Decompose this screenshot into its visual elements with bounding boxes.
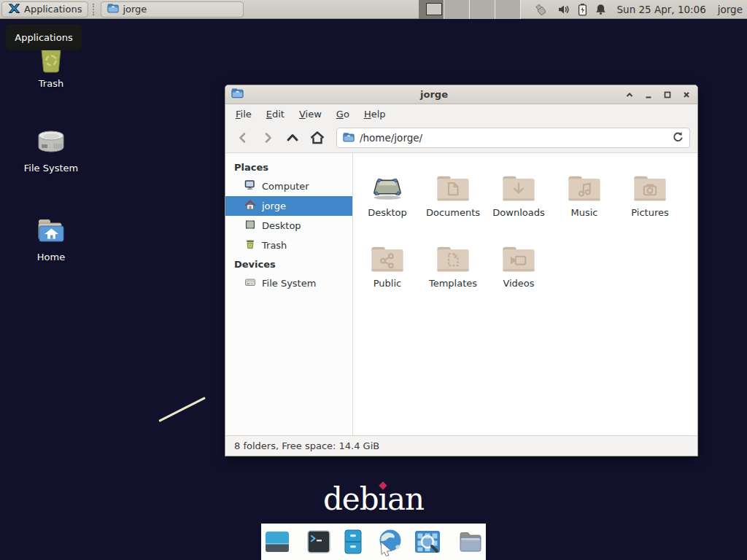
menu-file[interactable]: File [228, 106, 259, 122]
desktop-icon-file-system[interactable]: File System [7, 125, 95, 174]
file-manager-window: jorge File Edit View Go Help [225, 85, 698, 456]
home-button[interactable] [307, 128, 328, 148]
workspace-4[interactable] [495, 0, 521, 19]
sidebar-item-label: jorge [262, 201, 286, 211]
menu-bar: File Edit View Go Help [225, 104, 697, 123]
home-icon [244, 199, 256, 213]
taskbar-window-button[interactable]: jorge [101, 1, 244, 18]
battery-charging-icon[interactable] [577, 3, 588, 16]
sidebar: Places Computer jorge Desktop [225, 153, 353, 435]
path-input[interactable]: /home/jorge/ [360, 132, 666, 144]
menu-help[interactable]: Help [357, 106, 393, 122]
location-bar[interactable]: /home/jorge/ [336, 128, 690, 148]
folder-item-downloads[interactable]: Downloads [486, 163, 551, 234]
folder-icon[interactable] [456, 528, 485, 556]
workspace-2[interactable] [444, 0, 470, 19]
status-bar: 8 folders, Free space: 14.4 GiB [225, 435, 697, 456]
panel-username[interactable]: jorge [718, 4, 743, 15]
home-folder-icon [7, 214, 95, 248]
notifications-bell-icon[interactable] [595, 3, 607, 16]
workspace-switcher[interactable] [419, 0, 521, 19]
volume-icon[interactable] [557, 3, 570, 16]
logo-text-post: an [387, 481, 424, 517]
sidebar-item-jorge[interactable]: jorge [225, 196, 352, 216]
sidebar-item-computer[interactable]: Computer [225, 176, 352, 196]
folder-item-desktop[interactable]: Desktop [355, 163, 420, 234]
close-button[interactable] [681, 90, 692, 100]
minimize-button[interactable] [643, 90, 654, 100]
sidebar-item-trash[interactable]: Trash [225, 236, 352, 255]
workspace-window-preview [426, 3, 442, 15]
desktop-icon-label: File System [7, 163, 95, 174]
maximize-button[interactable] [662, 90, 673, 100]
templates-folder-icon [434, 234, 472, 275]
music-folder-icon [565, 163, 603, 204]
drive-icon [244, 276, 256, 290]
computer-icon [244, 179, 256, 193]
workspace-3[interactable] [470, 0, 495, 19]
forward-button[interactable] [258, 128, 278, 148]
window-title: jorge [249, 89, 619, 100]
sidebar-item-desktop[interactable]: Desktop [225, 216, 352, 236]
path-folder-icon [343, 131, 355, 145]
show-desktop-icon[interactable] [263, 528, 292, 556]
folder-item-label: Desktop [368, 207, 407, 218]
sidebar-devices-header: Devices [225, 255, 352, 273]
status-text: 8 folders, Free space: 14.4 GiB [234, 440, 379, 451]
sidebar-item-label: Desktop [262, 220, 301, 231]
folder-item-label: Music [571, 207, 598, 218]
documents-folder-icon [434, 163, 472, 204]
tooltip-text: Applications [15, 32, 72, 43]
stray-line-artifact [158, 397, 206, 422]
trash-icon [244, 238, 256, 252]
panel-grip[interactable] [93, 4, 96, 15]
pictures-folder-icon [631, 163, 669, 204]
window-titlebar[interactable]: jorge [225, 85, 697, 104]
downloads-folder-icon [500, 163, 538, 204]
applications-menu-button[interactable]: Applications [1, 1, 88, 18]
debian-logo: debıan [0, 481, 747, 517]
desktop-icon-home[interactable]: Home [7, 214, 95, 262]
shade-button[interactable] [624, 90, 635, 100]
desktop-icon-label: Trash [7, 78, 95, 89]
folder-item-label: Public [374, 278, 401, 289]
sidebar-item-label: Trash [262, 240, 287, 251]
workspace-1[interactable] [419, 0, 444, 19]
panel-clock[interactable]: Sun 25 Apr, 10:06 [617, 4, 706, 15]
back-button[interactable] [233, 128, 253, 148]
system-tray [531, 2, 607, 17]
menu-view[interactable]: View [292, 106, 329, 122]
window-folder-icon [107, 3, 119, 15]
videos-folder-icon [500, 234, 538, 275]
window-folder-icon [231, 88, 244, 101]
sidebar-item-file-system[interactable]: File System [225, 273, 352, 293]
menu-go[interactable]: Go [329, 106, 357, 122]
menu-edit[interactable]: Edit [259, 106, 292, 122]
public-folder-icon [368, 234, 406, 275]
folder-item-documents[interactable]: Documents [420, 163, 486, 234]
desktop-icon [244, 219, 256, 233]
applications-tooltip: Applications [6, 24, 82, 50]
file-manager-icon[interactable] [339, 528, 367, 556]
folder-item-music[interactable]: Music [551, 163, 617, 234]
xfce-logo-icon [8, 2, 20, 17]
folder-icon-view: Desktop Documents Downloads Music [353, 153, 697, 435]
desktop-icon-label: Home [7, 252, 95, 262]
folder-item-pictures[interactable]: Pictures [617, 163, 683, 234]
up-button[interactable] [282, 128, 303, 148]
folder-item-label: Pictures [631, 207, 668, 218]
dock [261, 524, 486, 560]
web-browser-icon[interactable] [374, 527, 406, 556]
terminal-icon[interactable] [305, 528, 333, 556]
folder-item-public[interactable]: Public [355, 234, 420, 305]
folder-item-videos[interactable]: Videos [486, 234, 551, 305]
removable-media-icon[interactable] [531, 2, 550, 17]
toolbar: /home/jorge/ [225, 123, 697, 153]
sidebar-item-label: Computer [262, 181, 309, 192]
top-panel: Applications jorge Sun 25 Apr, 10:06 jor… [0, 0, 747, 19]
hard-drive-icon [7, 125, 95, 159]
folder-item-templates[interactable]: Templates [420, 234, 486, 305]
logo-text-pre: deb [323, 481, 379, 517]
reload-icon[interactable] [671, 131, 684, 146]
application-finder-icon[interactable] [412, 528, 443, 556]
